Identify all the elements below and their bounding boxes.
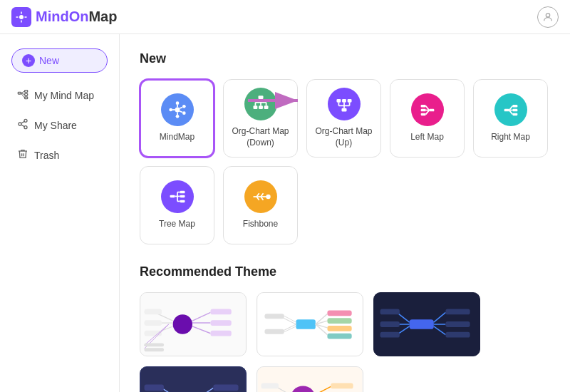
svg-rect-64 xyxy=(180,195,185,198)
svg-point-20 xyxy=(175,102,179,105)
new-section-title: New xyxy=(140,51,550,66)
theme-card-4[interactable] xyxy=(140,366,247,392)
right-map-label: Right Map xyxy=(491,132,530,143)
svg-rect-107 xyxy=(264,314,284,319)
svg-rect-50 xyxy=(420,109,425,112)
svg-point-76 xyxy=(266,195,270,199)
left-map-icon xyxy=(411,93,444,126)
svg-rect-84 xyxy=(210,331,231,336)
theme-grid xyxy=(140,292,550,392)
svg-point-19 xyxy=(175,108,180,113)
theme-card-5[interactable] xyxy=(256,366,363,392)
header: MindOnMap xyxy=(0,0,570,34)
svg-rect-93 xyxy=(145,343,164,346)
svg-rect-136 xyxy=(145,384,164,391)
svg-rect-41 xyxy=(347,99,351,103)
svg-rect-112 xyxy=(410,319,434,329)
svg-point-13 xyxy=(24,119,27,122)
svg-point-23 xyxy=(175,115,179,118)
map-card-fishbone[interactable]: Fishbone xyxy=(223,166,298,244)
svg-point-14 xyxy=(19,123,21,125)
svg-rect-82 xyxy=(210,309,231,314)
svg-line-10 xyxy=(21,91,24,93)
svg-rect-90 xyxy=(145,331,162,336)
sidebar-item-my-mind-map[interactable]: My Mind Map xyxy=(6,81,113,110)
svg-rect-122 xyxy=(380,309,399,314)
svg-rect-65 xyxy=(180,200,185,203)
svg-rect-40 xyxy=(342,99,346,103)
sidebar-my-mind-map-label: My Mind Map xyxy=(34,90,94,101)
theme-card-2[interactable] xyxy=(256,292,363,356)
svg-rect-108 xyxy=(264,329,284,334)
mind-map-icon xyxy=(17,88,28,103)
svg-point-21 xyxy=(182,105,186,108)
map-card-right-map[interactable]: Right Map xyxy=(473,79,548,158)
org-chart-up-label: Org-Chart Map (Up) xyxy=(307,126,380,148)
logo-text: MindOnMap xyxy=(36,9,117,25)
map-card-left-map[interactable]: Left Map xyxy=(390,79,465,158)
map-card-org-chart-down[interactable]: Org-Chart Map (Down) xyxy=(223,79,298,158)
svg-rect-62 xyxy=(170,195,175,198)
svg-line-52 xyxy=(425,106,429,110)
svg-rect-56 xyxy=(512,105,517,108)
svg-rect-144 xyxy=(331,383,353,388)
svg-point-78 xyxy=(173,314,192,334)
svg-rect-102 xyxy=(327,318,351,324)
new-plus-icon: + xyxy=(22,54,35,67)
map-card-tree-map[interactable]: Tree Map xyxy=(140,166,214,244)
svg-rect-51 xyxy=(420,113,425,116)
map-card-mindmap[interactable]: MindMap xyxy=(140,79,214,158)
svg-rect-117 xyxy=(445,321,470,327)
svg-rect-32 xyxy=(259,106,263,110)
svg-rect-94 xyxy=(145,348,164,351)
svg-rect-58 xyxy=(512,113,517,116)
svg-rect-30 xyxy=(258,96,263,100)
logo: MindOnMap xyxy=(11,7,117,27)
svg-line-26 xyxy=(180,108,182,109)
org-chart-up-icon xyxy=(328,88,361,120)
svg-rect-39 xyxy=(336,99,341,103)
theme-card-3[interactable] xyxy=(373,292,480,356)
mindmap-icon xyxy=(161,93,194,126)
svg-point-22 xyxy=(182,112,186,115)
org-chart-down-icon xyxy=(244,88,277,120)
svg-rect-149 xyxy=(261,383,279,388)
svg-rect-116 xyxy=(445,309,470,314)
left-map-label: Left Map xyxy=(410,132,444,143)
svg-rect-104 xyxy=(327,334,351,339)
theme-card-1[interactable] xyxy=(140,292,247,356)
svg-rect-103 xyxy=(327,326,351,331)
svg-rect-42 xyxy=(341,108,346,112)
new-button-label: New xyxy=(39,55,59,66)
svg-rect-123 xyxy=(380,321,399,327)
svg-point-24 xyxy=(169,108,172,112)
svg-line-59 xyxy=(509,106,512,110)
svg-point-15 xyxy=(24,126,27,129)
svg-rect-55 xyxy=(504,109,509,112)
map-type-grid: MindMap Org-Chart Map (Down) Org-Chart M… xyxy=(140,79,550,244)
trash-icon xyxy=(17,148,28,163)
svg-rect-88 xyxy=(145,309,162,314)
share-icon xyxy=(17,118,28,133)
svg-rect-96 xyxy=(296,319,315,329)
svg-point-0 xyxy=(19,15,24,19)
sidebar-item-my-share[interactable]: My Share xyxy=(6,111,113,140)
user-avatar-button[interactable] xyxy=(537,6,559,28)
map-card-org-chart-up[interactable]: Org-Chart Map (Up) xyxy=(306,79,381,158)
svg-rect-48 xyxy=(429,109,434,112)
sidebar-my-share-label: My Share xyxy=(34,120,77,131)
svg-rect-83 xyxy=(210,320,231,326)
new-button[interactable]: + New xyxy=(11,48,108,73)
svg-rect-101 xyxy=(327,310,351,316)
svg-rect-130 xyxy=(213,384,238,391)
svg-rect-6 xyxy=(18,92,21,94)
svg-rect-7 xyxy=(25,91,28,93)
theme-section-title: Recommended Theme xyxy=(140,264,550,279)
fishbone-label: Fishbone xyxy=(243,219,278,230)
main-layout: + New My Mind Map My Share Trash xyxy=(0,34,570,392)
svg-rect-118 xyxy=(445,332,470,338)
logo-icon xyxy=(11,7,31,27)
sidebar-item-trash[interactable]: Trash xyxy=(6,141,113,170)
svg-line-27 xyxy=(180,111,182,113)
svg-line-16 xyxy=(21,125,25,127)
